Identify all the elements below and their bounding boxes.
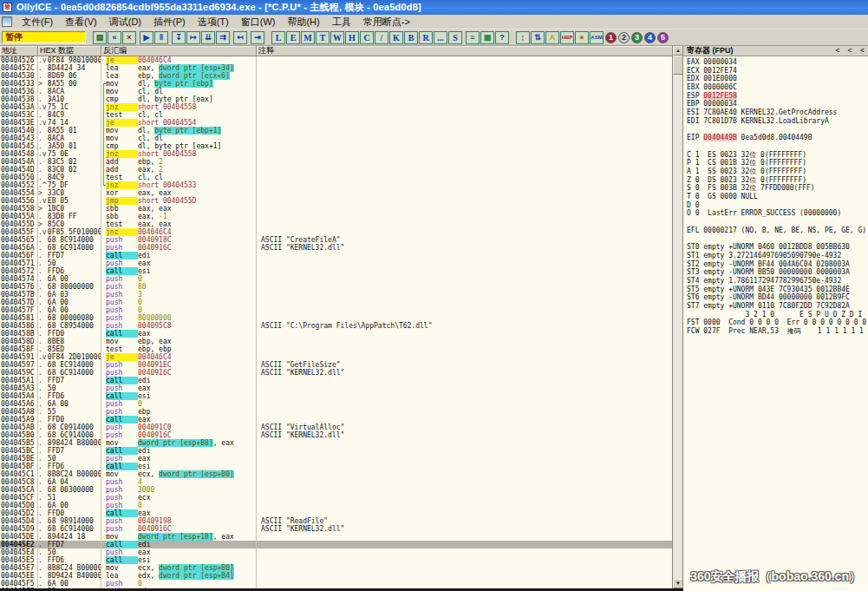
plugin-button-3[interactable]: 3 — [631, 32, 643, 43]
disasm-row[interactable]: 00404554>33C0xoreax, eax — [0, 189, 672, 197]
plugin-button-2[interactable]: 2 — [618, 32, 630, 43]
register-ebx[interactable]: EBX 0000006C — [687, 83, 866, 92]
fpu-st2-line[interactable]: ST2 empty -UNORM BF44 004A6C04 0208003A — [687, 260, 866, 269]
disasm-row[interactable]: 004045AB.68 C0914000push004091C0ASCII "V… — [0, 424, 672, 431]
cpu-window-icon[interactable] — [2, 16, 12, 27]
disasm-row[interactable]: 004045D0.6A 00push0 — [0, 502, 672, 509]
disasm-row[interactable]: 0040458B.FFD0calleax — [0, 330, 672, 338]
disasm-row[interactable]: 0040457B.6A 03push3 — [0, 291, 672, 299]
options-button[interactable]: ↨ — [516, 31, 530, 44]
fpu-st1-line[interactable]: ST1 empty 3.2721464976905090790e-4932 — [687, 252, 866, 260]
disasm-row[interactable]: 00404565.68 8C914000push0040918CASCII "C… — [0, 236, 672, 244]
disasm-row[interactable]: 004045A3.50pusheax — [0, 384, 672, 392]
disasm-row[interactable]: 004045D9.68 6C914000push0040916CASCII "K… — [0, 525, 672, 533]
register-ebp[interactable]: EBP 00000034 — [687, 100, 866, 108]
flag-line-1[interactable]: P 1 CS 001B 32位 0(FFFFFFFF) — [687, 159, 866, 167]
call-stack-button[interactable]: K — [389, 31, 403, 44]
disasm-row[interactable]: 004045A6.6A 00push0 — [0, 400, 672, 408]
step-into-button[interactable]: ↧ — [172, 31, 186, 44]
source-button[interactable]: S — [448, 31, 462, 44]
register-eax[interactable]: EAX 00000034 — [687, 58, 866, 67]
register-edi[interactable]: EDI 7C801D7B KERNEL32.LoadLibraryA — [687, 117, 866, 126]
flag-line-5[interactable]: T 0 GS 0000 NULL — [687, 193, 866, 201]
disasm-row[interactable]: 004045B0.68 6C914000push0040916CASCII "K… — [0, 431, 672, 439]
disasm-row[interactable]: 004045E4.50pusheax — [0, 548, 672, 556]
registers-pane-arrows[interactable]: <<< — [827, 46, 865, 56]
fpu-st4-line[interactable]: ST4 empty 1.7861172947782996750e-4932 — [687, 277, 866, 286]
breakpoint-dot-button[interactable]: ● — [575, 31, 589, 44]
disasm-row[interactable]: 0040458D.8BE8movebp, eax — [0, 338, 672, 345]
restart-button[interactable]: « — [108, 31, 121, 44]
disasm-row[interactable]: 00404543.8ACA│movcl, dl — [0, 135, 672, 142]
disasm-row[interactable]: 00404576.68 80000000push80 — [0, 283, 672, 291]
disasm-scrollbar[interactable]: ▲ ▼ — [672, 46, 682, 591]
appearance-button[interactable]: ⇅ — [531, 31, 545, 44]
disasm-row[interactable]: 00404552.^75 DF└jnzshort 00404533 — [0, 181, 672, 189]
disasm-row[interactable]: 004045F5.6A 00push0 — [0, 580, 672, 588]
disasm-row[interactable]: 004045EE.8D9424 B4000000leaedx, dword pt… — [0, 572, 672, 580]
register-esp[interactable]: ESP 0012FE58 — [687, 92, 866, 101]
disasm-row[interactable]: 00404591.v0F84 2D010000je004046C4 — [0, 353, 672, 361]
flag-line-4[interactable]: S 0 FS 003B 32位 7FFDD000(FFF) — [687, 184, 866, 193]
menu-item-3[interactable]: 插件(P) — [147, 15, 192, 30]
menu-item-2[interactable]: 调试(D) — [103, 15, 147, 30]
patches-button[interactable]: / — [375, 31, 388, 44]
disasm-row[interactable]: 004045C1.8B8C24 B0000000movecx, dword pt… — [0, 470, 672, 478]
disasm-row[interactable]: 0040454D.83C0 02│addeax, 2 — [0, 166, 672, 174]
disasm-row[interactable]: 004045BC.FFD7calledi — [0, 447, 672, 455]
log-list-button[interactable]: ≡ — [466, 31, 480, 44]
disasm-row[interactable]: 00404558>1BC0sbbeax, eax — [0, 205, 672, 213]
flag-line-2[interactable]: A 1 SS 0023 32位 0(FFFFFFFF) — [687, 167, 866, 176]
pause-button[interactable]: ‖ — [154, 31, 168, 44]
threads-button[interactable]: T — [316, 31, 330, 44]
open-file-button[interactable]: ▤ — [93, 31, 107, 44]
disasm-row[interactable]: 00404538.3A10│cmpdl, byte ptr [eax] — [0, 95, 672, 103]
register-eip[interactable]: EIP 0040449B 0ea5d0d8.0040449B — [687, 134, 866, 142]
disasm-row[interactable]: 0040458F.85EDtestebp, ebp — [0, 345, 672, 353]
fpu-st0-line[interactable]: ST0 empty +UNORM 0460 0012BDD8 005BB630 — [687, 243, 866, 252]
disasm-row[interactable]: 004045A9.FFD0calleax — [0, 416, 672, 424]
menu-item-6[interactable]: 帮助(H) — [281, 15, 325, 30]
flag-line-3[interactable]: Z 0 DS 0023 32位 0(FFFFFFFF) — [687, 176, 866, 185]
step-over-button[interactable]: ↦ — [186, 31, 200, 44]
app-icon[interactable]: ※ — [3, 3, 12, 12]
plugin-button-4[interactable]: 4 — [644, 32, 656, 43]
disasm-row[interactable]: 00404548.v75 0E│jnzshort 00404558 — [0, 150, 672, 158]
disasm-row[interactable]: 00404526.v0F84 98010000je004046C4 — [0, 56, 672, 64]
plugin-button-5[interactable]: 5 — [657, 32, 669, 43]
disasm-row[interactable]: 004045CF.51pushecx — [0, 494, 672, 502]
references-button[interactable]: R — [419, 31, 433, 44]
fpu-st5-line[interactable]: ST5 empty +UNORM 043E 7C930435 0012BB4E — [687, 286, 866, 294]
disasm-row[interactable]: 00404545.3A50 01│cmpdl, byte ptr [eax+1] — [0, 142, 672, 150]
flag-line-6[interactable]: D 0 — [687, 201, 866, 210]
menu-item-5[interactable]: 窗口(W) — [235, 15, 282, 30]
menu-item-8[interactable]: 常用断点-> — [357, 15, 416, 30]
disasm-row[interactable]: 004045A4.FFD6callesi — [0, 392, 672, 400]
fonts-button[interactable]: A — [545, 31, 559, 44]
breakpoints-button[interactable]: B — [404, 31, 418, 44]
disasm-row[interactable]: 00404581.68 00000080push80000000 — [0, 314, 672, 322]
disasm-row[interactable]: 00404533>8A55 00┌movdl, byte ptr [ebp] — [0, 80, 672, 88]
disasm-row[interactable]: 00404556.vEB 05jmpshort 0040455D — [0, 197, 672, 205]
disasm-row[interactable]: 00404540.8A55 01│movdl, byte ptr [ebp+1] — [0, 127, 672, 135]
disasm-row[interactable]: 004045A8.55pushebp — [0, 408, 672, 416]
memory-button[interactable]: M — [301, 31, 315, 44]
close-button[interactable]: × — [122, 31, 136, 44]
menu-item-4[interactable]: 选项(T) — [192, 15, 235, 30]
disasm-row[interactable]: 00404597.68 EC914000push004091ECASCII "G… — [0, 361, 672, 369]
executables-button[interactable]: E — [286, 31, 300, 44]
disasm-row[interactable]: 0040457D.6A 00push0 — [0, 299, 672, 306]
help-button[interactable]: ? — [495, 31, 509, 44]
disasm-row[interactable]: 0040459C.68 6C914000push0040916CASCII "K… — [0, 369, 672, 377]
menu-item-7[interactable]: 工具 — [326, 15, 357, 30]
flag-line-7[interactable]: O 0 LastErr ERROR_SUCCESS (00000000) — [687, 209, 866, 218]
disasm-row[interactable]: 0040457F.6A 00push0 — [0, 306, 672, 314]
log-window-button[interactable]: L — [271, 31, 285, 44]
disasm-row[interactable]: 0040455F.v0F85 5F010000jnz004046C4 — [0, 228, 672, 236]
cpu-button[interactable]: C — [360, 31, 374, 44]
register-esi[interactable]: ESI 7C80AE40 KERNEL32.GetProcAddress — [687, 108, 866, 117]
assembler-button[interactable]: ASM — [590, 31, 604, 44]
fpu-st7-line[interactable]: ST7 empty +UNORM 0110 7C80F2DD 7C92D82A — [687, 302, 866, 311]
flag-line-0[interactable]: C 1 ES 0023 32位 0(FFFFFFFF) — [687, 151, 866, 160]
disasm-row[interactable]: 004045E5.FFD6callesi — [0, 556, 672, 564]
